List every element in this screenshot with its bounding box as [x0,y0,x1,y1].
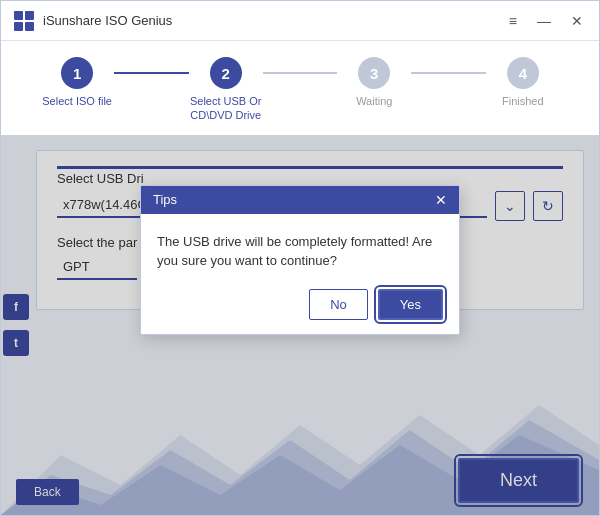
dialog-title-bar: Tips ✕ [141,186,459,214]
step-3-label: Waiting [356,94,392,108]
minimize-control[interactable]: — [533,12,555,30]
app-title: iSunshare ISO Genius [43,13,505,28]
steps-container: 1 Select ISO file 2 Select USB Or CD\DVD… [40,57,560,123]
step-line-3-4 [411,72,485,74]
svg-rect-2 [14,22,23,31]
svg-rect-3 [25,22,34,31]
step-4-circle: 4 [507,57,539,89]
step-1: 1 Select ISO file [40,57,114,108]
dialog-message: The USB drive will be completely formatt… [157,232,443,271]
title-bar: iSunshare ISO Genius ≡ — ✕ [1,1,599,41]
yes-button[interactable]: Yes [378,289,443,320]
step-line-1-2 [114,72,188,74]
step-2: 2 Select USB Or CD\DVD Drive [189,57,263,123]
step-2-label: Select USB Or CD\DVD Drive [189,94,263,123]
step-line-2-3 [263,72,337,74]
svg-rect-1 [25,11,34,20]
step-4-label: Finished [502,94,544,108]
main-window: iSunshare ISO Genius ≡ — ✕ 1 Select ISO … [0,0,600,516]
dialog-overlay: Tips ✕ The USB drive will be completely … [1,135,599,515]
close-control[interactable]: ✕ [567,12,587,30]
main-content: f t Select USB Dri ⌄ ↻ [1,135,599,515]
step-2-circle: 2 [210,57,242,89]
dialog-buttons: No Yes [157,289,443,320]
tips-dialog: Tips ✕ The USB drive will be completely … [140,185,460,335]
step-3-circle: 3 [358,57,390,89]
step-3: 3 Waiting [337,57,411,108]
window-controls: ≡ — ✕ [505,12,587,30]
dialog-title: Tips [153,192,177,207]
app-logo [13,10,35,32]
step-1-circle: 1 [61,57,93,89]
step-4: 4 Finished [486,57,560,108]
svg-rect-0 [14,11,23,20]
step-1-label: Select ISO file [42,94,112,108]
no-button[interactable]: No [309,289,368,320]
steps-bar: 1 Select ISO file 2 Select USB Or CD\DVD… [1,41,599,135]
dialog-body: The USB drive will be completely formatt… [141,214,459,334]
dialog-close-button[interactable]: ✕ [435,192,447,208]
menu-control[interactable]: ≡ [505,12,521,30]
